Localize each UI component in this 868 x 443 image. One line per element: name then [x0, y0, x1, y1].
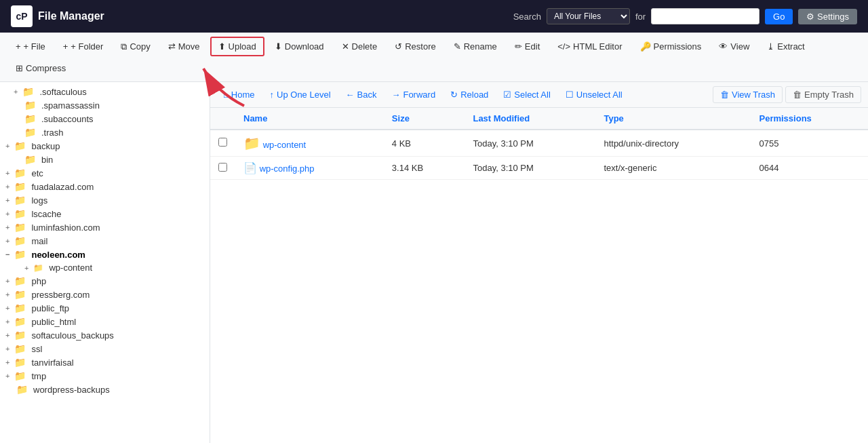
trash-icon: 🗑 [720, 90, 729, 100]
row-checkbox[interactable] [218, 163, 227, 172]
folder-icon: 📁 [14, 235, 26, 246]
edit-button[interactable]: ✏ Edit [507, 37, 547, 56]
sidebar-item[interactable]: +📁softaculous_backups [0, 328, 210, 342]
restore-button[interactable]: ↺ Restore [387, 37, 443, 56]
search-scope-select[interactable]: All Your Files File Names Only File Cont… [547, 8, 630, 24]
col-checkbox [210, 108, 235, 130]
sidebar-item[interactable]: 📁wordpress-backups [0, 383, 210, 396]
sidebar-item[interactable]: 📁.subaccounts [0, 112, 210, 126]
col-permissions-header[interactable]: Permissions [751, 108, 868, 130]
sidebar-item[interactable]: +📁mail [0, 234, 210, 248]
row-checkbox-cell[interactable] [210, 157, 235, 180]
tree-toggle[interactable]: + [5, 317, 9, 326]
new-folder-button[interactable]: + + Folder [56, 37, 111, 56]
sidebar-item[interactable]: +📁tanvirfaisal [0, 355, 210, 369]
back-button[interactable]: ← Back [340, 86, 383, 103]
tree-toggle[interactable]: − [5, 250, 9, 258]
sidebar-item[interactable]: +📁wp-content [0, 261, 210, 274]
extract-button[interactable]: ⤓ Extract [760, 37, 812, 56]
sidebar-item[interactable]: +📁.softaculous [0, 85, 210, 98]
move-button[interactable]: ⇄ Move [161, 37, 208, 56]
sidebar-item[interactable]: −📁neoleen.com [0, 248, 210, 261]
sidebar-item[interactable]: +📁backup [0, 139, 210, 153]
sidebar-item[interactable]: +📁public_html [0, 315, 210, 328]
rename-button[interactable]: ✎ Rename [446, 37, 505, 56]
html-editor-icon: </> [557, 41, 570, 52]
forward-button[interactable]: → Forward [385, 86, 441, 103]
tree-toggle[interactable]: + [5, 142, 9, 150]
tree-toggle[interactable]: + [5, 169, 9, 177]
tree-toggle[interactable]: + [5, 277, 9, 285]
folder-icon: 📁 [14, 140, 26, 151]
sidebar-item[interactable]: +📁php [0, 274, 210, 288]
file-name-link[interactable]: wp-content [263, 140, 307, 150]
new-file-button[interactable]: + + File [8, 37, 53, 56]
search-area: Search All Your Files File Names Only Fi… [513, 8, 857, 24]
view-button[interactable]: 👁 View [711, 37, 757, 56]
tree-toggle[interactable]: + [5, 196, 9, 204]
home-button[interactable]: ⌂ Home [217, 86, 261, 103]
tree-toggle[interactable]: + [14, 88, 18, 96]
table-row[interactable]: 📁 wp-content 4 KB Today, 3:10 PM httpd/u… [210, 130, 868, 157]
tree-toggle[interactable]: + [24, 264, 28, 272]
sidebar-item[interactable]: +📁pressberg.com [0, 288, 210, 301]
sidebar-item[interactable]: +📁lscache [0, 207, 210, 220]
sidebar-item[interactable]: 📁bin [0, 153, 210, 166]
sidebar-item-label: softaculous_backups [31, 330, 113, 341]
tree-toggle[interactable]: + [5, 223, 9, 231]
compress-button[interactable]: ⊞ Compress [8, 59, 73, 77]
sidebar-item[interactable]: +📁public_ftp [0, 301, 210, 315]
sidebar-item[interactable]: 📁.spamassassin [0, 98, 210, 112]
tree-toggle[interactable]: + [5, 304, 9, 312]
tree-toggle[interactable]: + [5, 358, 9, 366]
row-checkbox-cell[interactable] [210, 130, 235, 157]
sidebar-item[interactable]: +📁tmp [0, 369, 210, 383]
go-button[interactable]: Go [765, 9, 793, 24]
sidebar-item-label: .trash [41, 128, 64, 138]
settings-button[interactable]: ⚙ Settings [798, 9, 857, 24]
tree-toggle[interactable]: + [5, 345, 9, 353]
permissions-button[interactable]: 🔑 Permissions [633, 37, 709, 56]
sidebar-item[interactable]: +📁luminfashion.com [0, 220, 210, 234]
folder-icon: 📁 [14, 275, 26, 286]
col-size-header[interactable]: Size [384, 108, 465, 130]
tree-toggle[interactable]: + [5, 237, 9, 245]
file-table: Name Size Last Modified Type Permissions… [210, 108, 868, 443]
select-all-button[interactable]: ☑ Select All [497, 86, 556, 103]
toolbar: + + File + + Folder ⧉ Copy ⇄ Move ⬆ Uplo… [0, 33, 868, 82]
col-name-header[interactable]: Name [235, 108, 384, 130]
unselect-all-button[interactable]: ☐ Unselect All [559, 86, 629, 103]
sidebar-item-label: neoleen.com [31, 250, 85, 260]
col-type-header[interactable]: Type [595, 108, 751, 130]
tree-toggle[interactable]: + [5, 331, 9, 339]
view-trash-button[interactable]: 🗑 View Trash [713, 86, 783, 103]
empty-trash-button[interactable]: 🗑 Empty Trash [785, 86, 861, 103]
sidebar-item[interactable]: +📁etc [0, 166, 210, 180]
new-folder-icon: + [63, 41, 68, 52]
rename-icon: ✎ [454, 41, 461, 52]
reload-icon: ↻ [450, 90, 458, 100]
sidebar-item[interactable]: +📁ssl [0, 342, 210, 355]
row-checkbox[interactable] [218, 138, 227, 147]
sidebar-item[interactable]: +📁fuadalazad.com [0, 180, 210, 193]
sidebar-item[interactable]: 📁.trash [0, 126, 210, 139]
file-name-link[interactable]: wp-config.php [260, 163, 315, 174]
html-editor-button[interactable]: </> HTML Editor [550, 37, 629, 56]
tree-toggle[interactable]: + [5, 210, 9, 218]
table-row[interactable]: 📄 wp-config.php 3.14 KB Today, 3:10 PM t… [210, 157, 868, 180]
upload-button[interactable]: ⬆ Upload [210, 37, 264, 56]
reload-button[interactable]: ↻ Reload [444, 86, 494, 103]
delete-button[interactable]: ✕ Delete [334, 37, 385, 56]
folder-icon: 📁 [14, 316, 26, 327]
tree-toggle[interactable]: + [5, 372, 9, 380]
download-button[interactable]: ⬇ Download [267, 37, 332, 56]
copy-button[interactable]: ⧉ Copy [113, 37, 157, 56]
col-modified-header[interactable]: Last Modified [465, 108, 595, 130]
tree-toggle[interactable]: + [5, 290, 9, 298]
tree-toggle[interactable]: + [5, 182, 9, 191]
download-icon: ⬇ [275, 41, 282, 52]
search-input[interactable] [651, 8, 760, 24]
sidebar-item[interactable]: +📁logs [0, 193, 210, 207]
upload-icon: ⬆ [218, 41, 226, 52]
up-one-level-button[interactable]: ↑ Up One Level [264, 86, 337, 103]
